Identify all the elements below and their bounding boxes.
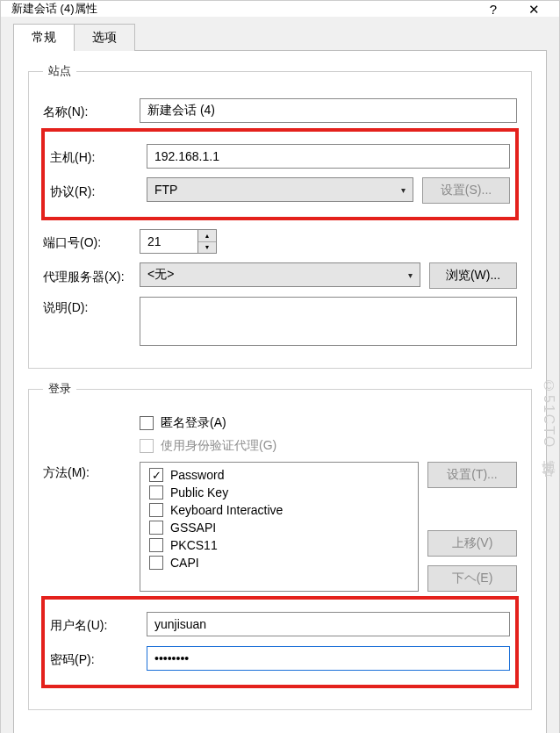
group-login: 登录 匿名登录(A) 使用身份验证代理(G) <box>28 381 532 710</box>
tab-panel-general: 站点 名称(N): 主机(H): 协议(R): <box>13 50 547 733</box>
auth-method-item[interactable]: Public Key <box>149 485 409 499</box>
port-spinner[interactable]: ▲ ▼ <box>140 229 219 254</box>
username-input[interactable] <box>147 612 510 636</box>
checkbox-icon: ✓ <box>149 468 163 482</box>
label-port: 端口号(O): <box>43 232 140 251</box>
anonymous-login-checkbox[interactable]: 匿名登录(A) <box>140 415 226 431</box>
dialog-window: 新建会话 (4)属性 ? ✕ 常规 选项 站点 名称(N): <box>0 0 560 733</box>
highlight-credentials: 用户名(U): 密码(P): <box>41 596 519 688</box>
auth-proxy-label: 使用身份验证代理(G) <box>161 438 276 454</box>
password-input[interactable] <box>147 646 510 671</box>
anonymous-login-label: 匿名登录(A) <box>161 415 226 431</box>
label-password: 密码(P): <box>50 649 147 668</box>
label-method: 方法(M): <box>43 462 140 481</box>
port-spin-up[interactable]: ▲ <box>198 230 216 242</box>
checkbox-icon <box>149 485 163 499</box>
auth-method-item[interactable]: Keyboard Interactive <box>149 503 409 517</box>
auth-method-item[interactable]: CAPI <box>149 556 409 570</box>
window-title: 新建会话 (4)属性 <box>11 1 490 17</box>
auth-method-label: Keyboard Interactive <box>170 503 283 517</box>
method-moveup-button: 上移(V) <box>427 530 517 557</box>
checkbox-icon <box>140 439 154 453</box>
label-host: 主机(H): <box>50 147 147 166</box>
proxy-value: <无> <box>147 267 174 283</box>
name-input[interactable] <box>140 98 517 123</box>
auth-method-label: Public Key <box>170 485 228 499</box>
checkbox-icon <box>149 503 163 517</box>
close-icon[interactable]: ✕ <box>528 3 540 16</box>
group-login-legend: 登录 <box>43 381 76 397</box>
tab-general[interactable]: 常规 <box>13 24 75 51</box>
group-site: 站点 名称(N): 主机(H): 协议(R): <box>28 63 532 369</box>
auth-method-item[interactable]: PKCS11 <box>149 538 409 552</box>
protocol-settings-button: 设置(S)... <box>422 177 510 204</box>
proxy-select[interactable]: <无> ▾ <box>140 262 420 287</box>
protocol-select[interactable]: FTP ▾ <box>147 177 413 202</box>
tab-strip: 常规 选项 <box>13 24 547 51</box>
auth-method-label: Password <box>170 468 224 482</box>
label-proxy: 代理服务器(X): <box>43 266 140 285</box>
checkbox-icon <box>149 521 163 535</box>
description-textarea[interactable] <box>140 297 517 346</box>
label-description: 说明(D): <box>43 297 140 316</box>
checkbox-icon <box>149 538 163 552</box>
protocol-value: FTP <box>154 183 177 197</box>
checkbox-icon <box>140 416 154 430</box>
auth-method-label: GSSAPI <box>170 521 216 535</box>
checkbox-icon <box>149 556 163 570</box>
chevron-down-icon: ▾ <box>401 185 406 195</box>
help-icon[interactable]: ? <box>490 3 497 16</box>
auth-method-label: CAPI <box>170 556 199 570</box>
method-movedown-button: 下ヘ(E) <box>427 565 517 592</box>
host-input[interactable] <box>147 144 510 169</box>
proxy-browse-button[interactable]: 浏览(W)... <box>429 262 517 289</box>
method-settings-button: 设置(T)... <box>427 462 517 488</box>
label-name: 名称(N): <box>43 101 140 120</box>
group-site-legend: 站点 <box>43 63 76 79</box>
chevron-down-icon: ▾ <box>408 270 413 280</box>
port-input[interactable] <box>140 229 197 254</box>
auth-method-item[interactable]: ✓Password <box>149 468 409 482</box>
tab-options[interactable]: 选项 <box>74 24 135 51</box>
auth-methods-listbox[interactable]: ✓PasswordPublic KeyKeyboard InteractiveG… <box>140 462 419 592</box>
label-protocol: 协议(R): <box>50 181 147 200</box>
auth-method-label: PKCS11 <box>170 538 218 552</box>
titlebar: 新建会话 (4)属性 ? ✕ <box>1 1 559 17</box>
dialog-body: 常规 选项 站点 名称(N): 主机(H): <box>1 17 559 733</box>
auth-method-item[interactable]: GSSAPI <box>149 521 409 535</box>
auth-proxy-checkbox: 使用身份验证代理(G) <box>140 438 276 454</box>
highlight-host-protocol: 主机(H): 协议(R): FTP ▾ 设置(S)... <box>41 128 519 220</box>
port-spin-down[interactable]: ▼ <box>198 242 216 254</box>
label-username: 用户名(U): <box>50 614 147 634</box>
